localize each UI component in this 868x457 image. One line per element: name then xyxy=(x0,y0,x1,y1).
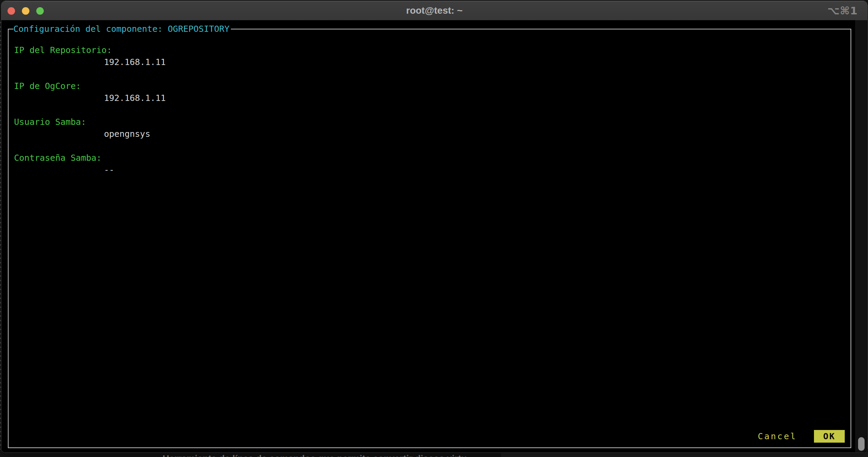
window-title: root@test: ~ xyxy=(1,1,867,20)
field-input-repository-ip[interactable]: 192.168.1.11 xyxy=(104,56,166,68)
background-list-item: •Herramienta de línea de comandos que pe… xyxy=(156,453,467,457)
background-window-strip: •Herramienta de línea de comandos que pe… xyxy=(0,452,868,457)
scrollbar-thumb[interactable] xyxy=(858,437,865,451)
field-input-samba-password[interactable]: -- xyxy=(104,164,114,176)
field-label-repository-ip: IP del Repositorio: xyxy=(14,44,112,56)
field-input-ogcore-ip[interactable]: 192.168.1.11 xyxy=(104,92,166,104)
field-label-ogcore-ip: IP de OgCore: xyxy=(14,80,81,92)
field-label-samba-password: Contraseña Samba: xyxy=(14,152,102,164)
dialog-buttons: Cancel OK xyxy=(756,430,845,443)
field-input-samba-user[interactable]: opengnsys xyxy=(104,128,150,140)
field-label-samba-user: Usuario Samba: xyxy=(14,116,86,128)
cancel-button[interactable]: Cancel xyxy=(756,431,799,442)
ok-button[interactable]: OK xyxy=(814,430,845,443)
terminal-window: root@test: ~ ⌥⌘1 Configuración del compo… xyxy=(1,1,868,453)
config-dialog: Configuración del componente: OGREPOSITO… xyxy=(8,29,851,448)
background-window-panel xyxy=(501,452,868,457)
terminal-content: Configuración del componente: OGREPOSITO… xyxy=(1,20,867,453)
titlebar: root@test: ~ ⌥⌘1 xyxy=(1,1,867,21)
keyboard-shortcut-badge: ⌥⌘1 xyxy=(827,1,858,20)
background-list-text: Herramienta de línea de comandos que per… xyxy=(162,454,467,457)
list-bullet-icon: • xyxy=(156,454,158,457)
scrollbar-track[interactable] xyxy=(855,20,867,452)
dialog-title: Configuración del componente: OGREPOSITO… xyxy=(13,23,231,35)
